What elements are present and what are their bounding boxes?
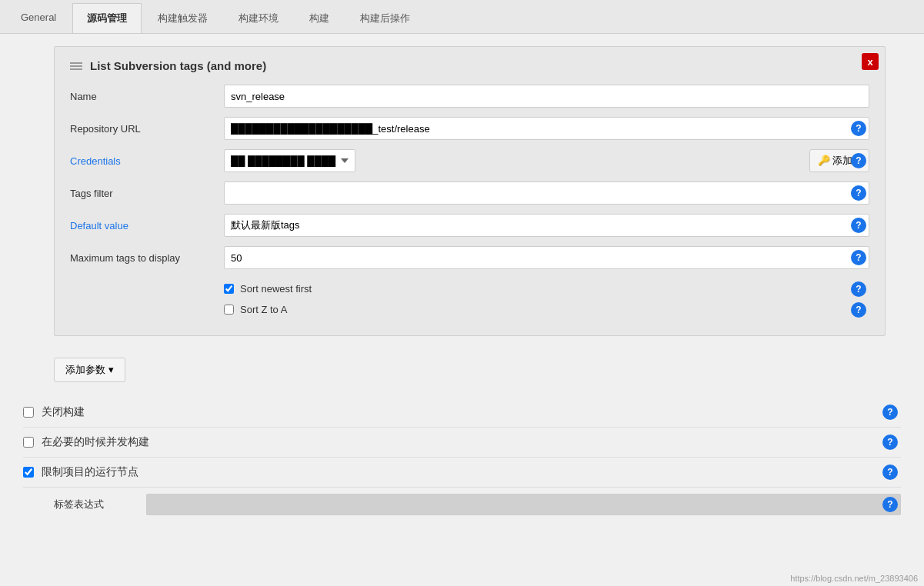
restrict-nodes-checkbox[interactable] (23, 467, 34, 478)
label-expr-input[interactable] (146, 494, 901, 515)
restrict-nodes-help[interactable]: ? (882, 464, 898, 480)
concurrent-build-checkbox[interactable] (23, 437, 34, 448)
concurrent-build-row: 在必要的时候并发构建 ? (23, 428, 901, 458)
repo-url-input[interactable] (224, 117, 869, 140)
max-tags-label: Maximum tags to display (70, 252, 224, 264)
credentials-row: Credentials ██ ████████ ████ 🔑 添加 ▾ ? (70, 149, 869, 172)
concurrent-build-help[interactable]: ? (882, 435, 898, 450)
default-value-help[interactable]: ? (851, 218, 866, 233)
tab-trigger[interactable]: 构建触发器 (143, 3, 222, 33)
name-field (224, 85, 869, 108)
drag-handle[interactable] (70, 62, 82, 70)
concurrent-build-label: 在必要的时候并发构建 (42, 435, 149, 449)
close-plugin-button[interactable]: x (862, 53, 879, 70)
name-label: Name (70, 91, 224, 102)
default-value-row: Default value ? (70, 214, 869, 237)
label-expr-row: 标签表达式 ? (23, 488, 901, 521)
default-value-input[interactable] (224, 214, 869, 237)
credentials-help[interactable]: ? (851, 153, 866, 168)
default-value-field (224, 214, 869, 237)
disable-build-label: 关闭构建 (42, 405, 85, 419)
add-param-button[interactable]: 添加参数 ▾ (54, 358, 125, 382)
sort-z-row: Sort Z to A ? (70, 299, 869, 320)
restrict-nodes-row: 限制项目的运行节点 ? (23, 458, 901, 488)
sort-newest-row: Sort newest first ? (70, 278, 869, 299)
sort-z-label: Sort Z to A (240, 304, 287, 315)
sort-newest-help[interactable]: ? (851, 281, 866, 297)
tab-build[interactable]: 构建 (295, 3, 344, 33)
restrict-nodes-label: 限制项目的运行节点 (42, 465, 138, 479)
tags-filter-label: Tags filter (70, 188, 224, 199)
main-content: x List Subversion tags (and more) Name R… (0, 34, 924, 534)
sort-z-checkbox[interactable] (224, 305, 234, 315)
repo-url-help[interactable]: ? (851, 121, 866, 136)
disable-build-checkbox[interactable] (23, 407, 34, 418)
sort-newest-checkbox[interactable] (224, 284, 234, 294)
repo-url-label: Repository URL (70, 123, 224, 135)
tab-source[interactable]: 源码管理 (72, 3, 142, 33)
tags-filter-input[interactable] (224, 181, 869, 205)
tab-general[interactable]: General (6, 3, 71, 33)
credentials-label: Credentials (70, 155, 224, 167)
tab-bar: General 源码管理 构建触发器 构建环境 构建 构建后操作 (0, 0, 924, 34)
tab-post[interactable]: 构建后操作 (345, 3, 425, 33)
sort-newest-label: Sort newest first (240, 283, 312, 295)
max-tags-help[interactable]: ? (851, 250, 866, 265)
label-expr-label: 标签表达式 (54, 498, 146, 511)
name-input[interactable] (224, 85, 869, 108)
default-value-label: Default value (70, 220, 224, 231)
tags-filter-row: Tags filter ? (70, 181, 869, 205)
name-row: Name (70, 85, 869, 108)
disable-build-help[interactable]: ? (882, 405, 898, 420)
credentials-field: ██ ████████ ████ 🔑 添加 ▾ (224, 149, 869, 172)
max-tags-field (224, 246, 869, 269)
tags-filter-field (224, 181, 869, 205)
plugin-card-header: List Subversion tags (and more) (70, 59, 869, 72)
max-tags-input[interactable] (224, 246, 869, 269)
plugin-title: List Subversion tags (and more) (90, 59, 266, 72)
label-expr-help[interactable]: ? (882, 497, 898, 512)
sort-z-help[interactable]: ? (851, 302, 866, 318)
plugin-card: x List Subversion tags (and more) Name R… (54, 46, 886, 336)
tab-env[interactable]: 构建环境 (224, 3, 293, 33)
disable-build-row: 关闭构建 ? (23, 398, 901, 428)
tags-filter-help[interactable]: ? (851, 185, 866, 201)
repo-url-row: Repository URL ████████████████████_test… (70, 117, 869, 140)
credentials-select[interactable]: ██ ████████ ████ (224, 149, 355, 172)
max-tags-row: Maximum tags to display ? (70, 246, 869, 269)
repo-url-field: ████████████████████_test/release (224, 117, 869, 140)
